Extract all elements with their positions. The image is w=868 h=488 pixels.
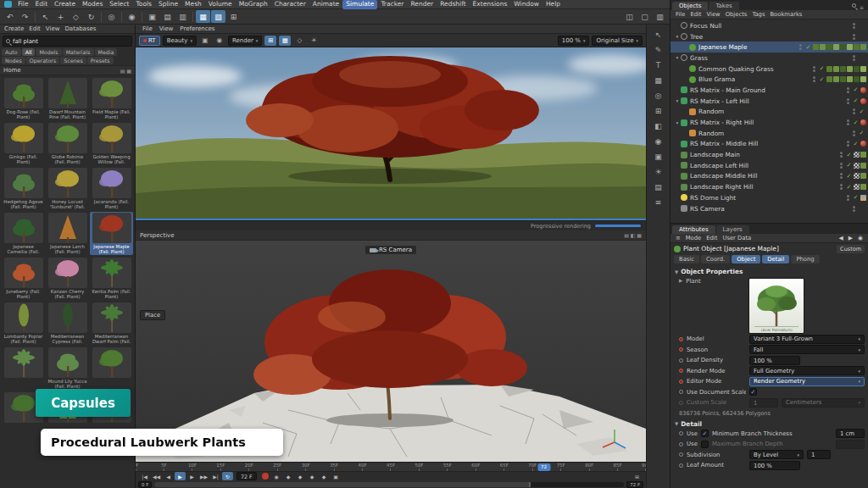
lock-camera-icon[interactable]: ◉ — [214, 36, 225, 46]
menu-character[interactable]: Character — [271, 0, 309, 9]
visibility-dots[interactable] — [847, 195, 849, 201]
light-icon[interactable]: ☀ — [651, 165, 666, 178]
render-mode-dropdown[interactable]: Full Geometry — [749, 366, 865, 375]
enabled-toggle[interactable]: ✓ — [858, 130, 865, 136]
tag-chips[interactable] — [860, 141, 866, 147]
menu-tracker[interactable]: Tracker — [377, 0, 407, 9]
enabled-toggle[interactable]: ✓ — [852, 119, 860, 126]
live-selection-tool[interactable]: ↖ — [38, 10, 53, 23]
snap-icon[interactable]: ⊞ — [651, 104, 666, 117]
expand-arrow-icon[interactable]: ▾ — [674, 55, 681, 60]
tab-attributes[interactable]: Attributes — [672, 225, 715, 234]
playback-options-icon[interactable]: ⊞ — [632, 472, 643, 480]
redo-button[interactable]: ↷ — [18, 10, 32, 23]
object-row-landscape-left-hill[interactable]: Landscape Left Hill✓ — [670, 160, 868, 171]
menu-volume[interactable]: Volume — [205, 0, 236, 9]
current-frame-field[interactable]: 72 F — [236, 472, 257, 480]
leaf-density-field[interactable]: 100 % — [749, 356, 800, 365]
use-document-scale-checkbox[interactable]: ✓ — [749, 388, 757, 396]
search-icon[interactable] — [852, 3, 856, 8]
display-icon[interactable]: ▤ — [651, 180, 666, 193]
pen-icon[interactable]: ✎ — [651, 43, 666, 56]
range-track[interactable] — [154, 482, 624, 487]
object-row-random[interactable]: Random✓ — [670, 128, 868, 139]
tab-objects[interactable]: Objects — [672, 2, 708, 10]
enabled-toggle[interactable]: ✓ — [852, 141, 860, 147]
object-row-rs-matrix-left-hill[interactable]: ▾RS Matrix - Left Hill✓ — [670, 96, 868, 107]
visibility-dots[interactable] — [813, 66, 815, 72]
object-row-grass[interactable]: ▾Grass — [670, 53, 868, 64]
keyframe-dot-icon[interactable] — [679, 337, 683, 341]
asset-tab-nodes[interactable]: Nodes — [2, 57, 25, 64]
menu-mograph[interactable]: MoGraph — [236, 0, 271, 9]
attr-tab-coord[interactable]: Coord. — [701, 255, 730, 263]
asset-tile-ginkgo-fall-plant[interactable]: Ginkgo (Fall. Plant) — [2, 122, 45, 165]
keyframe-dot-icon[interactable] — [679, 347, 683, 352]
enabled-toggle[interactable]: ✓ — [845, 152, 853, 158]
view-options-icons[interactable]: ▤ ▦ — [120, 68, 131, 74]
render-result-viewport[interactable] — [136, 47, 646, 219]
asset-tile-juneberry-fall-plant[interactable]: Juneberry (Fall. Plant) — [2, 257, 45, 300]
asset-tile-mediterranean-dwarf-palm-fall-plant[interactable]: Mediterranean Dwarf Palm (Fall. Plant) — [90, 302, 133, 345]
attr-tab-phong[interactable]: Phong — [791, 255, 819, 263]
editor-mode-dropdown[interactable]: Render Geometry — [749, 377, 865, 386]
visibility-dots[interactable] — [847, 141, 849, 147]
keyframe-dot-icon[interactable] — [679, 358, 683, 363]
enabled-toggle[interactable]: ✓ — [845, 173, 853, 180]
autokey-button[interactable]: ◉ — [271, 472, 282, 480]
asset-tile-lombardy-poplar-fall-plant[interactable]: Lombardy Poplar (Fall. Plant) — [2, 302, 45, 345]
menu-help[interactable]: Help — [542, 0, 564, 9]
coordinate-system-toggle[interactable]: ◉ — [125, 10, 139, 23]
object-row-rs-matrix-main-ground[interactable]: RS Matrix - Main Ground✓ — [670, 85, 868, 96]
lock-icon[interactable]: ◉ — [855, 235, 865, 241]
tag-chips[interactable] — [854, 163, 866, 169]
asset-tab-media[interactable]: Media — [95, 48, 118, 56]
tab-layers[interactable]: Layers — [716, 225, 749, 234]
quantize-toggle[interactable]: ⊞ — [226, 10, 241, 23]
menu-extensions[interactable]: Extensions — [470, 0, 511, 9]
keyframe-selection-button[interactable]: ▣ — [331, 472, 342, 480]
custom-scale-unit-dropdown[interactable]: Centimeters — [782, 398, 865, 408]
target-icon[interactable]: ◉ — [651, 135, 666, 147]
asset-tile-golden-weeping-willow-fall-plant[interactable]: Golden Weeping Willow (Fall. Plant) — [90, 122, 133, 165]
menu-animate[interactable]: Animate — [309, 0, 342, 9]
visibility-dots[interactable] — [799, 44, 802, 50]
om-menu-file[interactable]: File — [673, 11, 687, 18]
enabled-toggle[interactable]: ✓ — [818, 76, 826, 83]
viewport-header-icons[interactable]: ▤ ◧ ▦ — [624, 232, 642, 238]
section-object-properties[interactable]: ▼ Object Properties — [670, 265, 868, 276]
tag-chips[interactable] — [860, 87, 866, 93]
tag-chips[interactable] — [813, 44, 866, 50]
menu-redshift[interactable]: Redshift — [437, 0, 469, 9]
tag-chips[interactable] — [854, 173, 866, 179]
record-rotation-button[interactable]: ◆ — [307, 472, 318, 480]
menu-spline[interactable]: Spline — [155, 0, 181, 9]
asset-search-input[interactable]: fall plant — [3, 36, 132, 47]
goto-start-button[interactable]: |◀ — [139, 472, 150, 480]
om-menu-objects[interactable]: Objects — [723, 11, 750, 18]
exposure-icon[interactable]: ☀ — [308, 36, 320, 46]
move-tool[interactable]: + — [53, 10, 68, 23]
menu-user-data[interactable]: User Data — [720, 235, 754, 241]
asset-tab-all[interactable]: All — [22, 48, 36, 56]
asset-tile-plant[interactable] — [2, 347, 45, 390]
record-scale-button[interactable]: ◆ — [295, 472, 306, 480]
enabled-toggle[interactable]: ✓ — [858, 108, 865, 115]
start-frame-field[interactable]: 0 F — [138, 481, 152, 488]
render-dropdown[interactable]: Render — [228, 36, 262, 46]
camera-label[interactable]: RS Camera — [365, 246, 416, 254]
visibility-dots[interactable] — [840, 173, 843, 179]
season-dropdown[interactable]: Fall — [749, 345, 865, 354]
asset-tile-plant[interactable] — [90, 347, 133, 390]
visibility-dots[interactable] — [840, 184, 843, 190]
tag-chips[interactable] — [854, 184, 866, 190]
om-menu-edit[interactable]: Edit — [687, 11, 704, 18]
visibility-dots[interactable] — [853, 23, 855, 29]
object-row-focus-null[interactable]: Focus Null — [670, 20, 868, 31]
asset-tile-mediterranean-cypress-fall-plant[interactable]: Mediterranean Cypress (Fall. Plant) — [46, 302, 89, 345]
asset-menu-create[interactable]: Create — [2, 25, 26, 32]
zoom-dropdown[interactable]: 100 % — [558, 36, 590, 46]
asset-tab-materials[interactable]: Materials — [63, 48, 94, 56]
history-forward-icon[interactable]: ▶ — [846, 235, 855, 241]
rt-toggle-button[interactable]: RT — [139, 36, 160, 46]
